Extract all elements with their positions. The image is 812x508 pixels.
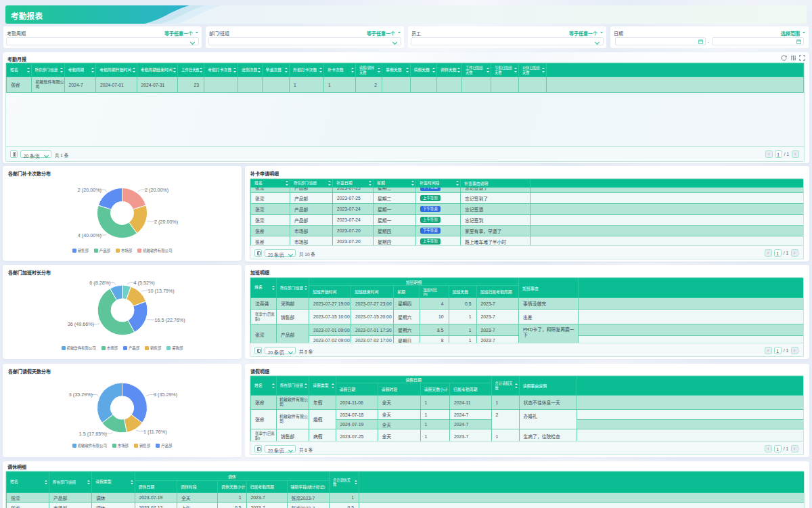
svg-text:2 (20.00%): 2 (20.00%) xyxy=(78,187,102,193)
svg-text:3 (35.29%): 3 (35.29%) xyxy=(69,391,93,398)
svg-text:16.5 (22.76%): 16.5 (22.76%) xyxy=(155,317,185,323)
svg-text:1.5 (17.65%): 1.5 (17.65%) xyxy=(79,431,107,437)
svg-text:2 (20.00%): 2 (20.00%) xyxy=(154,219,178,225)
svg-text:1 (11.76%): 1 (11.76%) xyxy=(143,429,167,435)
svg-text:36 (49.66%): 36 (49.66%) xyxy=(68,321,94,327)
svg-text:6 (8.28%): 6 (8.28%) xyxy=(89,280,110,286)
svg-text:10 (13.79%): 10 (13.79%) xyxy=(148,288,175,294)
svg-text:2 (20.00%): 2 (20.00%) xyxy=(145,187,168,193)
svg-text:4 (40.00%): 4 (40.00%) xyxy=(78,232,102,238)
svg-text:4 (5.52%): 4 (5.52%) xyxy=(134,280,155,286)
svg-text:3 (35.29%): 3 (35.29%) xyxy=(154,391,177,398)
